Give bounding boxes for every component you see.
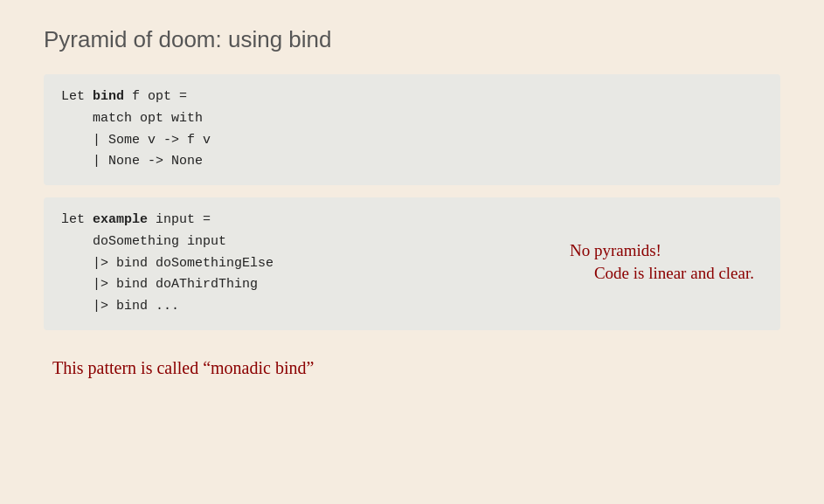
code-line-3: | Some v -> f v xyxy=(61,130,763,152)
annotation-linear: Code is linear and clear. xyxy=(594,264,754,283)
page-title: Pyramid of doom: using bind xyxy=(44,26,780,53)
code-block-bind: Let bind f opt = match opt with | Some v… xyxy=(44,74,780,185)
second-block-wrapper: let example input = doSomething input |>… xyxy=(44,197,780,342)
code-line-9: |> bind ... xyxy=(61,296,763,318)
bottom-note: This pattern is called “monadic bind” xyxy=(44,358,780,378)
annotation-no-pyramids: No pyramids! xyxy=(570,241,661,260)
annotation-area: No pyramids! Code is linear and clear. xyxy=(570,241,754,283)
code-line-1: Let bind f opt = xyxy=(61,86,763,108)
keyword-bind: bind xyxy=(93,89,124,104)
code-line-5: let example input = xyxy=(61,210,763,231)
code-line-2: match opt with xyxy=(61,108,763,130)
code-line-4: | None -> None xyxy=(61,151,763,173)
keyword-example: example xyxy=(93,212,148,227)
